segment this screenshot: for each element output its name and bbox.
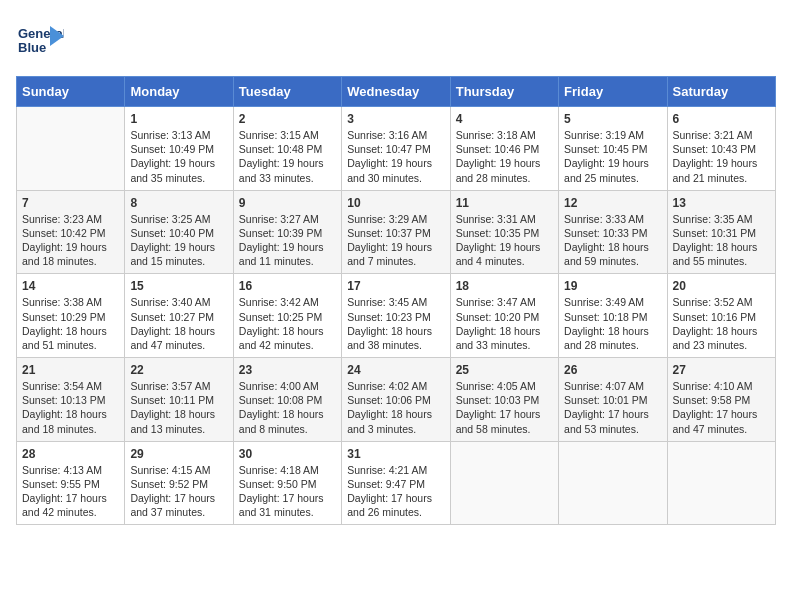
cell-info: Sunrise: 3:47 AM Sunset: 10:20 PM Daylig… [456,295,553,352]
calendar-cell: 22Sunrise: 3:57 AM Sunset: 10:11 PM Dayl… [125,358,233,442]
calendar-cell: 6Sunrise: 3:21 AM Sunset: 10:43 PM Dayli… [667,107,775,191]
day-number: 17 [347,279,444,293]
day-number: 7 [22,196,119,210]
calendar-cell: 26Sunrise: 4:07 AM Sunset: 10:01 PM Dayl… [559,358,667,442]
calendar-cell: 11Sunrise: 3:31 AM Sunset: 10:35 PM Dayl… [450,190,558,274]
cell-info: Sunrise: 3:31 AM Sunset: 10:35 PM Daylig… [456,212,553,269]
calendar-cell: 21Sunrise: 3:54 AM Sunset: 10:13 PM Dayl… [17,358,125,442]
calendar-cell: 17Sunrise: 3:45 AM Sunset: 10:23 PM Dayl… [342,274,450,358]
cell-info: Sunrise: 4:13 AM Sunset: 9:55 PM Dayligh… [22,463,119,520]
cell-info: Sunrise: 3:57 AM Sunset: 10:11 PM Daylig… [130,379,227,436]
day-number: 12 [564,196,661,210]
day-number: 14 [22,279,119,293]
calendar-week-row: 21Sunrise: 3:54 AM Sunset: 10:13 PM Dayl… [17,358,776,442]
day-number: 5 [564,112,661,126]
cell-info: Sunrise: 3:45 AM Sunset: 10:23 PM Daylig… [347,295,444,352]
cell-info: Sunrise: 4:15 AM Sunset: 9:52 PM Dayligh… [130,463,227,520]
weekday-header: Thursday [450,77,558,107]
calendar-week-row: 7Sunrise: 3:23 AM Sunset: 10:42 PM Dayli… [17,190,776,274]
calendar-header-row: SundayMondayTuesdayWednesdayThursdayFrid… [17,77,776,107]
calendar-cell: 7Sunrise: 3:23 AM Sunset: 10:42 PM Dayli… [17,190,125,274]
calendar-cell: 20Sunrise: 3:52 AM Sunset: 10:16 PM Dayl… [667,274,775,358]
day-number: 24 [347,363,444,377]
calendar-cell: 8Sunrise: 3:25 AM Sunset: 10:40 PM Dayli… [125,190,233,274]
day-number: 30 [239,447,336,461]
calendar-cell: 12Sunrise: 3:33 AM Sunset: 10:33 PM Dayl… [559,190,667,274]
day-number: 6 [673,112,770,126]
day-number: 16 [239,279,336,293]
cell-info: Sunrise: 3:27 AM Sunset: 10:39 PM Daylig… [239,212,336,269]
day-number: 11 [456,196,553,210]
day-number: 20 [673,279,770,293]
cell-info: Sunrise: 4:02 AM Sunset: 10:06 PM Daylig… [347,379,444,436]
cell-info: Sunrise: 3:40 AM Sunset: 10:27 PM Daylig… [130,295,227,352]
calendar-cell: 9Sunrise: 3:27 AM Sunset: 10:39 PM Dayli… [233,190,341,274]
weekday-header: Sunday [17,77,125,107]
day-number: 26 [564,363,661,377]
calendar-cell: 10Sunrise: 3:29 AM Sunset: 10:37 PM Dayl… [342,190,450,274]
weekday-header: Wednesday [342,77,450,107]
calendar-cell: 19Sunrise: 3:49 AM Sunset: 10:18 PM Dayl… [559,274,667,358]
calendar-cell: 4Sunrise: 3:18 AM Sunset: 10:46 PM Dayli… [450,107,558,191]
cell-info: Sunrise: 3:52 AM Sunset: 10:16 PM Daylig… [673,295,770,352]
calendar-cell: 30Sunrise: 4:18 AM Sunset: 9:50 PM Dayli… [233,441,341,525]
calendar-table: SundayMondayTuesdayWednesdayThursdayFrid… [16,76,776,525]
calendar-cell: 29Sunrise: 4:15 AM Sunset: 9:52 PM Dayli… [125,441,233,525]
calendar-cell: 15Sunrise: 3:40 AM Sunset: 10:27 PM Dayl… [125,274,233,358]
page-header: General Blue [16,16,776,64]
cell-info: Sunrise: 3:35 AM Sunset: 10:31 PM Daylig… [673,212,770,269]
calendar-week-row: 1Sunrise: 3:13 AM Sunset: 10:49 PM Dayli… [17,107,776,191]
weekday-header: Friday [559,77,667,107]
cell-info: Sunrise: 4:21 AM Sunset: 9:47 PM Dayligh… [347,463,444,520]
cell-info: Sunrise: 4:10 AM Sunset: 9:58 PM Dayligh… [673,379,770,436]
day-number: 1 [130,112,227,126]
day-number: 28 [22,447,119,461]
day-number: 22 [130,363,227,377]
logo: General Blue [16,16,64,64]
day-number: 21 [22,363,119,377]
cell-info: Sunrise: 3:13 AM Sunset: 10:49 PM Daylig… [130,128,227,185]
calendar-cell: 14Sunrise: 3:38 AM Sunset: 10:29 PM Dayl… [17,274,125,358]
calendar-week-row: 28Sunrise: 4:13 AM Sunset: 9:55 PM Dayli… [17,441,776,525]
calendar-week-row: 14Sunrise: 3:38 AM Sunset: 10:29 PM Dayl… [17,274,776,358]
logo-icon: General Blue [16,16,64,64]
day-number: 8 [130,196,227,210]
calendar-cell: 3Sunrise: 3:16 AM Sunset: 10:47 PM Dayli… [342,107,450,191]
cell-info: Sunrise: 4:05 AM Sunset: 10:03 PM Daylig… [456,379,553,436]
cell-info: Sunrise: 3:16 AM Sunset: 10:47 PM Daylig… [347,128,444,185]
calendar-cell [450,441,558,525]
cell-info: Sunrise: 4:18 AM Sunset: 9:50 PM Dayligh… [239,463,336,520]
day-number: 27 [673,363,770,377]
cell-info: Sunrise: 4:00 AM Sunset: 10:08 PM Daylig… [239,379,336,436]
cell-info: Sunrise: 4:07 AM Sunset: 10:01 PM Daylig… [564,379,661,436]
cell-info: Sunrise: 3:23 AM Sunset: 10:42 PM Daylig… [22,212,119,269]
cell-info: Sunrise: 3:19 AM Sunset: 10:45 PM Daylig… [564,128,661,185]
day-number: 3 [347,112,444,126]
calendar-cell: 24Sunrise: 4:02 AM Sunset: 10:06 PM Dayl… [342,358,450,442]
calendar-cell: 23Sunrise: 4:00 AM Sunset: 10:08 PM Dayl… [233,358,341,442]
day-number: 19 [564,279,661,293]
cell-info: Sunrise: 3:15 AM Sunset: 10:48 PM Daylig… [239,128,336,185]
day-number: 29 [130,447,227,461]
svg-text:Blue: Blue [18,40,46,55]
calendar-cell: 1Sunrise: 3:13 AM Sunset: 10:49 PM Dayli… [125,107,233,191]
calendar-cell: 13Sunrise: 3:35 AM Sunset: 10:31 PM Dayl… [667,190,775,274]
calendar-cell: 16Sunrise: 3:42 AM Sunset: 10:25 PM Dayl… [233,274,341,358]
cell-info: Sunrise: 3:54 AM Sunset: 10:13 PM Daylig… [22,379,119,436]
day-number: 13 [673,196,770,210]
calendar-cell [17,107,125,191]
weekday-header: Monday [125,77,233,107]
calendar-cell: 5Sunrise: 3:19 AM Sunset: 10:45 PM Dayli… [559,107,667,191]
cell-info: Sunrise: 3:29 AM Sunset: 10:37 PM Daylig… [347,212,444,269]
cell-info: Sunrise: 3:33 AM Sunset: 10:33 PM Daylig… [564,212,661,269]
calendar-cell: 31Sunrise: 4:21 AM Sunset: 9:47 PM Dayli… [342,441,450,525]
cell-info: Sunrise: 3:25 AM Sunset: 10:40 PM Daylig… [130,212,227,269]
calendar-cell: 2Sunrise: 3:15 AM Sunset: 10:48 PM Dayli… [233,107,341,191]
day-number: 10 [347,196,444,210]
calendar-cell: 25Sunrise: 4:05 AM Sunset: 10:03 PM Dayl… [450,358,558,442]
calendar-cell: 28Sunrise: 4:13 AM Sunset: 9:55 PM Dayli… [17,441,125,525]
day-number: 15 [130,279,227,293]
day-number: 25 [456,363,553,377]
calendar-cell: 27Sunrise: 4:10 AM Sunset: 9:58 PM Dayli… [667,358,775,442]
cell-info: Sunrise: 3:42 AM Sunset: 10:25 PM Daylig… [239,295,336,352]
